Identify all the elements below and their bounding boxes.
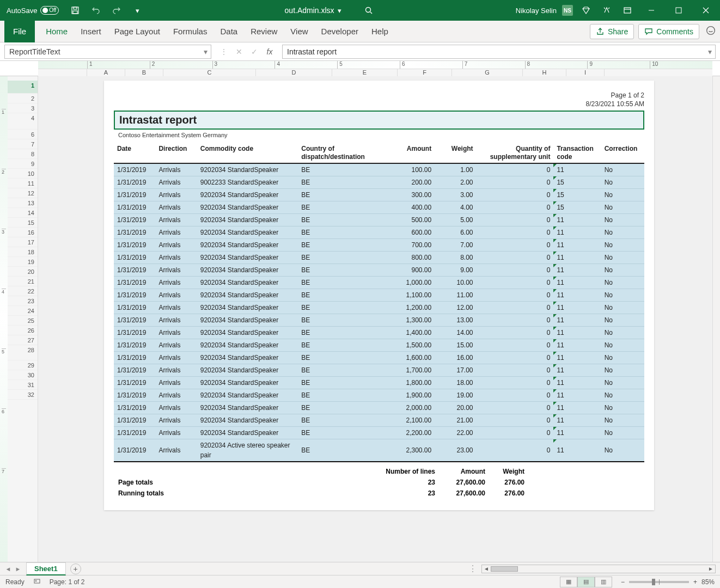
row-header-2[interactable]: 2 bbox=[8, 94, 38, 103]
view-page-break-icon[interactable]: ▥ bbox=[595, 577, 612, 587]
tab-view[interactable]: View bbox=[284, 21, 314, 42]
zoom-level[interactable]: 85% bbox=[701, 578, 715, 586]
row-header-27[interactable]: 27 bbox=[8, 335, 38, 345]
col-header-D[interactable]: D bbox=[256, 69, 332, 76]
table-row[interactable]: 1/31/2019Arrivals9202034 StandardSpeaker… bbox=[114, 238, 644, 251]
col-header-C[interactable]: C bbox=[163, 69, 256, 76]
search-icon[interactable] bbox=[361, 2, 376, 19]
col-weight[interactable]: Weight bbox=[435, 143, 476, 163]
tab-help[interactable]: Help bbox=[365, 21, 395, 42]
row-header-4[interactable]: 4 bbox=[8, 113, 38, 130]
table-row[interactable]: 1/31/2019Arrivals9202034 StandardSpeaker… bbox=[114, 264, 644, 276]
row-header-12[interactable]: 12 bbox=[8, 188, 38, 198]
table-row[interactable]: 1/31/2019Arrivals9202034 StandardSpeaker… bbox=[114, 251, 644, 264]
table-row[interactable]: 1/31/2019Arrivals9202034 StandardSpeaker… bbox=[114, 364, 644, 376]
table-row[interactable]: 1/31/2019Arrivals9202034 StandardSpeaker… bbox=[114, 201, 644, 213]
tab-developer[interactable]: Developer bbox=[315, 21, 365, 42]
qat-more-icon[interactable]: ▾ bbox=[130, 2, 145, 19]
row-header-16[interactable]: 16 bbox=[8, 228, 38, 237]
maximize-icon[interactable] bbox=[668, 2, 690, 19]
col-header-I[interactable]: I bbox=[566, 69, 605, 76]
col-header-G[interactable]: G bbox=[452, 69, 523, 76]
zoom-out-button[interactable]: − bbox=[621, 578, 625, 586]
table-row[interactable]: 1/31/2019Arrivals9202034 StandardSpeaker… bbox=[114, 326, 644, 339]
col-header-F[interactable]: F bbox=[398, 69, 452, 76]
table-row[interactable]: 1/31/2019Arrivals9202034 StandardSpeaker… bbox=[114, 289, 644, 301]
table-row[interactable]: 1/31/2019Arrivals9202034 StandardSpeaker… bbox=[114, 376, 644, 389]
expand-formula-icon[interactable]: ▾ bbox=[708, 47, 712, 56]
row-header-28[interactable]: 28 bbox=[8, 345, 38, 360]
save-icon[interactable] bbox=[68, 2, 83, 19]
table-row[interactable]: 1/31/2019Arrivals9202034 StandardSpeaker… bbox=[114, 339, 644, 351]
row-headers[interactable]: 1234678910111213141516171819202122232425… bbox=[8, 76, 38, 562]
macro-record-icon[interactable] bbox=[33, 577, 41, 586]
col-commodity[interactable]: Commodity code bbox=[197, 143, 298, 163]
user-name[interactable]: Nikolay Selin bbox=[516, 7, 557, 15]
row-header-29[interactable]: 29 bbox=[8, 360, 38, 370]
share-button[interactable]: Share bbox=[590, 24, 634, 39]
row-header-20[interactable]: 20 bbox=[8, 267, 38, 277]
tab-formulas[interactable]: Formulas bbox=[167, 21, 214, 42]
col-header-E[interactable]: E bbox=[332, 69, 398, 76]
formula-input[interactable]: Intrastat report ▾ bbox=[282, 45, 716, 59]
table-row[interactable]: 1/31/2019Arrivals9202034 StandardSpeaker… bbox=[114, 426, 644, 439]
fx-icon[interactable]: fx bbox=[263, 47, 277, 56]
view-page-layout-icon[interactable]: ▤ bbox=[577, 577, 595, 587]
table-row[interactable]: 1/31/2019Arrivals9202034 StandardSpeaker… bbox=[114, 314, 644, 326]
row-header-21[interactable]: 21 bbox=[8, 277, 38, 286]
row-header-13[interactable]: 13 bbox=[8, 198, 38, 208]
row-header-19[interactable]: 19 bbox=[8, 257, 38, 267]
sheet-tab-sheet1[interactable]: Sheet1 bbox=[26, 562, 66, 575]
tab-file[interactable]: File bbox=[4, 21, 35, 42]
col-direction[interactable]: Direction bbox=[155, 143, 197, 163]
minimize-icon[interactable] bbox=[640, 2, 662, 19]
row-header-1[interactable]: 1 bbox=[8, 81, 38, 94]
table-row[interactable]: 1/31/2019Arrivals9202034 Active stereo s… bbox=[114, 439, 644, 462]
chevron-down-icon[interactable]: ▾ bbox=[204, 47, 208, 56]
col-correction[interactable]: Correction bbox=[601, 143, 644, 163]
row-header-7[interactable]: 7 bbox=[8, 139, 38, 149]
enter-formula-icon[interactable]: ✓ bbox=[247, 47, 261, 56]
col-quantity[interactable]: Quantity of supplementary unit bbox=[477, 143, 554, 163]
table-row[interactable]: 1/31/2019Arrivals9202034 StandardSpeaker… bbox=[114, 163, 644, 176]
col-header-B[interactable]: B bbox=[125, 69, 163, 76]
row-header-31[interactable]: 31 bbox=[8, 380, 38, 390]
table-row[interactable]: 1/31/2019Arrivals9202034 StandardSpeaker… bbox=[114, 276, 644, 289]
tab-home[interactable]: Home bbox=[39, 21, 74, 42]
col-country[interactable]: Country of dispatch/destination bbox=[298, 143, 381, 163]
close-icon[interactable] bbox=[695, 2, 717, 19]
title-dropdown-icon[interactable]: ▾ bbox=[338, 7, 341, 15]
row-header-26[interactable]: 26 bbox=[8, 326, 38, 335]
sheet-nav[interactable]: ◄► bbox=[4, 566, 22, 572]
row-header-23[interactable]: 23 bbox=[8, 296, 38, 306]
row-header-9[interactable]: 9 bbox=[8, 159, 38, 169]
vertical-scrollbar[interactable] bbox=[712, 76, 720, 562]
col-amount[interactable]: Amount bbox=[381, 143, 435, 163]
zoom-slider[interactable] bbox=[629, 581, 689, 583]
row-header-22[interactable]: 22 bbox=[8, 286, 38, 296]
table-row[interactable]: 1/31/2019Arrivals9002233 StandardSpeaker… bbox=[114, 176, 644, 188]
tab-page-layout[interactable]: Page Layout bbox=[108, 21, 167, 42]
row-header-18[interactable]: 18 bbox=[8, 247, 38, 257]
row-header-24[interactable]: 24 bbox=[8, 306, 38, 316]
row-header-32[interactable]: 32 bbox=[8, 390, 38, 400]
table-row[interactable]: 1/31/2019Arrivals9202034 StandardSpeaker… bbox=[114, 301, 644, 314]
row-header-25[interactable]: 25 bbox=[8, 316, 38, 326]
table-row[interactable]: 1/31/2019Arrivals9202034 StandardSpeaker… bbox=[114, 213, 644, 226]
tab-data[interactable]: Data bbox=[213, 21, 244, 42]
document-title[interactable]: out.Admin.xlsx bbox=[285, 6, 334, 15]
row-header-6[interactable]: 6 bbox=[8, 130, 38, 139]
view-normal-icon[interactable]: ▦ bbox=[560, 577, 577, 587]
row-header-15[interactable]: 15 bbox=[8, 218, 38, 228]
table-row[interactable]: 1/31/2019Arrivals9202034 StandardSpeaker… bbox=[114, 226, 644, 238]
horizontal-scrollbar[interactable]: ◄► bbox=[481, 565, 716, 573]
table-row[interactable]: 1/31/2019Arrivals9202034 StandardSpeaker… bbox=[114, 188, 644, 201]
feedback-smile-icon[interactable] bbox=[706, 26, 716, 38]
add-sheet-button[interactable]: + bbox=[70, 564, 81, 574]
table-row[interactable]: 1/31/2019Arrivals9202034 StandardSpeaker… bbox=[114, 351, 644, 364]
split-handle-icon[interactable]: ⋮ bbox=[468, 564, 477, 574]
row-header-10[interactable]: 10 bbox=[8, 169, 38, 179]
user-avatar-icon[interactable]: NS bbox=[562, 5, 573, 16]
premium-diamond-icon[interactable] bbox=[578, 2, 594, 19]
table-row[interactable]: 1/31/2019Arrivals9202034 StandardSpeaker… bbox=[114, 401, 644, 414]
